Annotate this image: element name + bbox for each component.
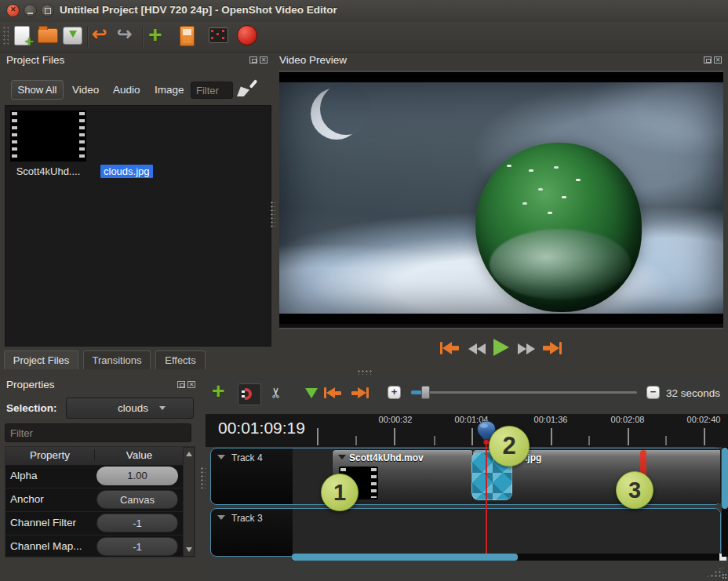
ruler-tick-minor xyxy=(434,436,435,445)
vertical-splitter-handle[interactable] xyxy=(270,201,275,227)
ruler-label: 00:01:36 xyxy=(534,415,568,424)
vertical-splitter-handle[interactable] xyxy=(200,467,206,488)
next-marker-button[interactable] xyxy=(351,387,369,398)
jump-to-end-button[interactable] xyxy=(543,342,562,354)
vignette-overlay xyxy=(279,82,723,315)
panel-close-icon[interactable]: ✕ xyxy=(260,56,268,64)
clip-menu-chevron-icon[interactable] xyxy=(338,455,346,459)
choose-profile-icon[interactable] xyxy=(180,26,195,46)
double-arrow-left-icon xyxy=(477,343,486,354)
fast-forward-button[interactable] xyxy=(518,343,535,354)
ruler-tick xyxy=(471,428,473,445)
clear-filter-broom-icon[interactable] xyxy=(235,79,257,100)
snapping-toggle-button[interactable] xyxy=(238,383,261,405)
scroll-down-icon[interactable] xyxy=(186,547,192,552)
properties-filter-input[interactable] xyxy=(5,423,191,442)
panel-float-icon[interactable] xyxy=(704,56,712,64)
panel-float-icon[interactable] xyxy=(249,56,257,64)
ruler-label: 00:02:40 xyxy=(687,415,721,424)
window-maximize-button[interactable] xyxy=(41,4,54,17)
toolbar-grip[interactable] xyxy=(2,26,9,46)
tab-effects[interactable]: Effects xyxy=(155,350,206,369)
rewind-button[interactable] xyxy=(468,343,486,354)
scroll-up-icon[interactable] xyxy=(186,452,192,456)
corner-resize-grip[interactable] xyxy=(722,573,727,579)
new-project-icon[interactable] xyxy=(14,26,30,45)
end-bar xyxy=(559,342,562,354)
video-filter-button[interactable]: Video xyxy=(72,84,99,96)
arrow-right-icon xyxy=(550,342,559,354)
add-track-icon[interactable]: + xyxy=(212,379,224,404)
previous-marker-button[interactable] xyxy=(324,387,341,398)
ruler-tick xyxy=(394,428,395,445)
project-files-list: Scott4kUhd.... clouds.jpg xyxy=(5,105,271,347)
end-bar xyxy=(366,387,369,398)
show-all-filter-button[interactable]: Show All xyxy=(11,80,64,100)
property-value-pill[interactable]: -1 xyxy=(96,537,178,556)
import-files-icon[interactable]: + xyxy=(148,21,162,48)
selection-dropdown[interactable]: clouds xyxy=(66,398,194,419)
zoom-in-button[interactable]: + xyxy=(388,386,401,399)
tab-project-files[interactable]: Project Files xyxy=(4,350,78,369)
table-row[interactable]: Anchor Canvas xyxy=(5,488,183,512)
video-preview-panel-title: Video Preview xyxy=(279,54,347,66)
property-value-pill[interactable]: 1.00 xyxy=(96,467,178,485)
track-collapse-chevron-icon[interactable] xyxy=(217,515,225,520)
callout-2: 2 xyxy=(489,426,530,467)
image-filter-button[interactable]: Image xyxy=(155,84,184,96)
track-collapse-chevron-icon[interactable] xyxy=(217,455,225,459)
file-name-video[interactable]: Scott4kUhd.... xyxy=(10,165,86,177)
horizontal-scrollbar-thumb[interactable] xyxy=(292,554,518,561)
razor-tool-icon[interactable]: ✂ xyxy=(268,387,285,398)
zoom-slider-track[interactable] xyxy=(411,391,637,394)
ruler-tick xyxy=(317,428,318,445)
main-toolbar: ↩ ↪ + xyxy=(0,22,728,53)
arrow-right-icon xyxy=(358,387,366,398)
column-header-value[interactable]: Value xyxy=(94,449,184,461)
property-name: Alpha xyxy=(10,470,38,481)
track-name: Track 3 xyxy=(231,513,263,524)
panel-close-icon[interactable]: ✕ xyxy=(714,56,722,64)
toolbar-separator xyxy=(87,27,88,47)
double-arrow-right-icon xyxy=(518,343,526,354)
properties-scrollbar[interactable] xyxy=(183,447,195,557)
vertical-scrollbar-thumb[interactable] xyxy=(722,448,728,509)
window-close-button[interactable] xyxy=(6,4,20,17)
arrow-tail xyxy=(351,391,358,395)
file-thumbnail-clouds[interactable] xyxy=(90,111,167,162)
table-row[interactable]: Channel Filter -1 xyxy=(5,512,183,536)
project-files-filter-input[interactable] xyxy=(191,82,233,99)
horizontal-splitter-handle[interactable] xyxy=(357,369,373,375)
track-3[interactable]: Track 3 xyxy=(210,508,721,557)
ruler-tick xyxy=(704,428,705,445)
audio-filter-button[interactable]: Audio xyxy=(113,84,140,96)
undo-icon[interactable]: ↩ xyxy=(92,24,107,45)
column-header-property[interactable]: Property xyxy=(5,449,94,461)
zoom-slider-handle[interactable] xyxy=(421,386,430,399)
save-project-icon[interactable] xyxy=(63,27,82,45)
arrow-left-icon xyxy=(326,387,335,398)
table-row[interactable]: Channel Map... -1 xyxy=(5,536,183,558)
panel-float-icon[interactable] xyxy=(177,381,185,388)
tab-transitions[interactable]: Transitions xyxy=(83,350,151,369)
property-value-pill[interactable]: Canvas xyxy=(96,490,178,509)
export-video-icon[interactable] xyxy=(237,25,257,45)
fullscreen-icon[interactable] xyxy=(209,27,228,43)
file-thumbnail-video[interactable] xyxy=(10,111,86,162)
play-button[interactable] xyxy=(493,339,509,356)
selection-label: Selection: xyxy=(6,402,57,414)
property-value-pill[interactable]: -1 xyxy=(96,514,178,532)
file-name-clouds-selected[interactable]: clouds.jpg xyxy=(100,165,153,178)
double-arrow-left-icon xyxy=(468,343,477,354)
redo-icon[interactable]: ↪ xyxy=(117,24,132,45)
table-row[interactable]: Alpha 1.00 xyxy=(5,465,183,488)
letterbox-bottom xyxy=(279,314,723,324)
panel-close-icon[interactable]: ✕ xyxy=(187,381,195,388)
add-marker-icon[interactable] xyxy=(305,388,318,398)
arrow-tail xyxy=(543,346,550,350)
window-minimize-button[interactable] xyxy=(24,4,37,17)
jump-to-start-button[interactable] xyxy=(440,342,459,354)
open-project-icon[interactable] xyxy=(38,28,58,43)
property-name: Anchor xyxy=(10,493,44,505)
zoom-out-button[interactable]: − xyxy=(646,386,660,399)
